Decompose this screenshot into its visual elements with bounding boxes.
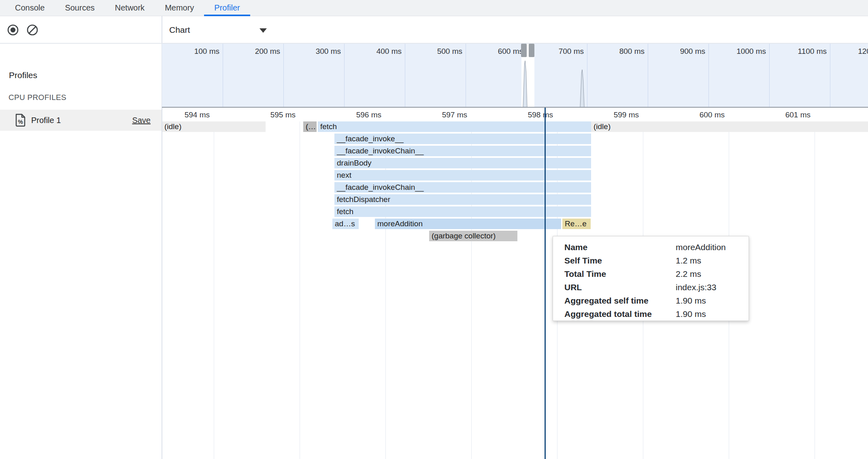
tooltip-row-value: 2.2 ms bbox=[676, 268, 749, 281]
flame-block-facade-invoke[interactable]: __facade_invoke__ bbox=[334, 134, 591, 144]
profile-overview-timeline[interactable]: 100 ms200 ms300 ms400 ms500 ms600 ms700 … bbox=[162, 44, 868, 107]
overview-tick-label: 1000 ms bbox=[707, 47, 766, 57]
flame-block-facade-invokechain[interactable]: __facade_invokeChain__ bbox=[334, 146, 591, 156]
tooltip-row-value: 1.90 ms bbox=[676, 294, 749, 308]
profiler-toolbar bbox=[0, 17, 162, 43]
ruler-tick-label: 594 ms bbox=[162, 110, 210, 120]
grid-line bbox=[214, 121, 214, 459]
profile-item-label: Profile 1 bbox=[31, 116, 61, 125]
record-profile-button[interactable] bbox=[7, 24, 19, 36]
clear-icon bbox=[26, 24, 38, 36]
tooltip-row-label: Aggregated self time bbox=[564, 294, 676, 308]
ruler-tick-label: 601 ms bbox=[750, 110, 811, 120]
overview-tick-label: 500 ms bbox=[403, 47, 462, 57]
tooltip-row: NamemoreAddition bbox=[564, 241, 749, 254]
flame-block-re-e[interactable]: Re…e bbox=[562, 219, 591, 229]
tooltip-row: Aggregated total time1.90 ms bbox=[564, 308, 749, 321]
sidebar-item-profile-1[interactable]: % Profile 1 Save bbox=[0, 110, 162, 131]
flame-chart[interactable]: 594 ms595 ms596 ms597 ms598 ms599 ms600 … bbox=[162, 108, 868, 459]
profiles-heading: Profiles bbox=[9, 70, 37, 80]
overview-tick-label: 200 ms bbox=[221, 47, 280, 57]
tooltip-row-label: Total Time bbox=[564, 268, 676, 281]
view-mode-value: Chart bbox=[169, 25, 190, 35]
tooltip-row-value: 1.90 ms bbox=[676, 308, 749, 321]
flame-block-garbage-collector[interactable]: (garbage collector) bbox=[429, 231, 517, 241]
ruler-tick-label: 596 ms bbox=[321, 110, 381, 120]
overview-tick-label: 900 ms bbox=[646, 47, 705, 57]
profile-document-icon: % bbox=[15, 114, 26, 127]
cpu-profiles-section-header: CPU PROFILES bbox=[9, 93, 66, 102]
tooltip-row: URLindex.js:33 bbox=[564, 281, 749, 294]
tooltip-row: Self Time1.2 ms bbox=[564, 254, 749, 268]
overview-tick-label: 300 ms bbox=[282, 47, 341, 57]
flame-block-ad-s[interactable]: ad…s bbox=[332, 219, 359, 229]
ruler-tick-label: 599 ms bbox=[578, 110, 639, 120]
playhead-line[interactable] bbox=[545, 108, 546, 459]
flame-block-fetchdispatcher[interactable]: fetchDispatcher bbox=[334, 194, 591, 205]
ruler-tick-label: 595 ms bbox=[235, 110, 296, 120]
view-mode-select[interactable]: Chart bbox=[169, 22, 270, 38]
tooltip-row-label: Name bbox=[564, 241, 676, 254]
tooltip-row-label: URL bbox=[564, 281, 676, 294]
tooltip-row-label: Self Time bbox=[564, 254, 676, 268]
tab-sources[interactable]: Sources bbox=[55, 0, 104, 16]
tab-console[interactable]: Console bbox=[5, 0, 55, 16]
tab-memory[interactable]: Memory bbox=[155, 0, 204, 16]
flame-block-fetch[interactable]: fetch bbox=[318, 121, 591, 132]
overview-tick-label: 400 ms bbox=[343, 47, 402, 57]
save-profile-link[interactable]: Save bbox=[132, 116, 151, 125]
flame-block-drainbody[interactable]: drainBody bbox=[334, 158, 591, 168]
overview-tick-label: 100 ms bbox=[162, 47, 219, 57]
flame-block-[interactable]: (… bbox=[303, 121, 317, 132]
overview-tick-label: 1200 ms bbox=[828, 47, 868, 57]
flame-block-idle[interactable]: (idle) bbox=[162, 121, 266, 132]
chevron-down-icon bbox=[260, 28, 267, 33]
grid-line bbox=[815, 121, 815, 459]
tab-network[interactable]: Network bbox=[105, 0, 155, 16]
tab-profiler[interactable]: Profiler bbox=[204, 0, 250, 16]
chart-toolbar: Chart bbox=[162, 17, 868, 43]
flame-block-fetch[interactable]: fetch bbox=[334, 206, 591, 217]
tooltip-row-value: 1.2 ms bbox=[676, 254, 749, 268]
devtools-profiler-panel: ConsoleSourcesNetworkMemoryProfiler Prof… bbox=[0, 0, 868, 459]
tooltip-row-value: moreAddition bbox=[676, 241, 749, 254]
record-icon bbox=[7, 24, 19, 36]
flame-block-idle[interactable]: (idle) bbox=[591, 121, 868, 132]
flame-block-moreaddition[interactable]: moreAddition bbox=[375, 219, 561, 229]
selection-handle-left[interactable] bbox=[521, 44, 527, 57]
grid-line bbox=[300, 121, 300, 459]
overview-tick-label: 1100 ms bbox=[768, 47, 827, 57]
ruler-tick-label: 600 ms bbox=[664, 110, 725, 120]
overview-tick-label: 600 ms bbox=[464, 47, 523, 57]
ruler-tick-label: 598 ms bbox=[492, 110, 553, 120]
tooltip-row: Total Time2.2 ms bbox=[564, 268, 749, 281]
clear-profiles-button[interactable] bbox=[26, 24, 38, 36]
ruler-tick-label: 597 ms bbox=[406, 110, 467, 120]
tooltip-row: Aggregated self time1.90 ms bbox=[564, 294, 749, 308]
selection-handle-right[interactable] bbox=[529, 44, 534, 57]
tooltip-row-label: Aggregated total time bbox=[564, 308, 676, 321]
devtools-tab-bar: ConsoleSourcesNetworkMemoryProfiler bbox=[0, 0, 868, 16]
flame-block-facade-invokechain[interactable]: __facade_invokeChain__ bbox=[334, 182, 591, 193]
profiler-sidebar: Profiles CPU PROFILES % Profile 1 Save bbox=[0, 17, 162, 459]
tooltip-row-value: index.js:33 bbox=[676, 281, 749, 294]
svg-text:%: % bbox=[18, 119, 23, 125]
frame-details-tooltip: NamemoreAdditionSelf Time1.2 msTotal Tim… bbox=[553, 236, 749, 321]
flame-block-next[interactable]: next bbox=[334, 170, 591, 181]
overview-tick-label: 800 ms bbox=[585, 47, 645, 57]
